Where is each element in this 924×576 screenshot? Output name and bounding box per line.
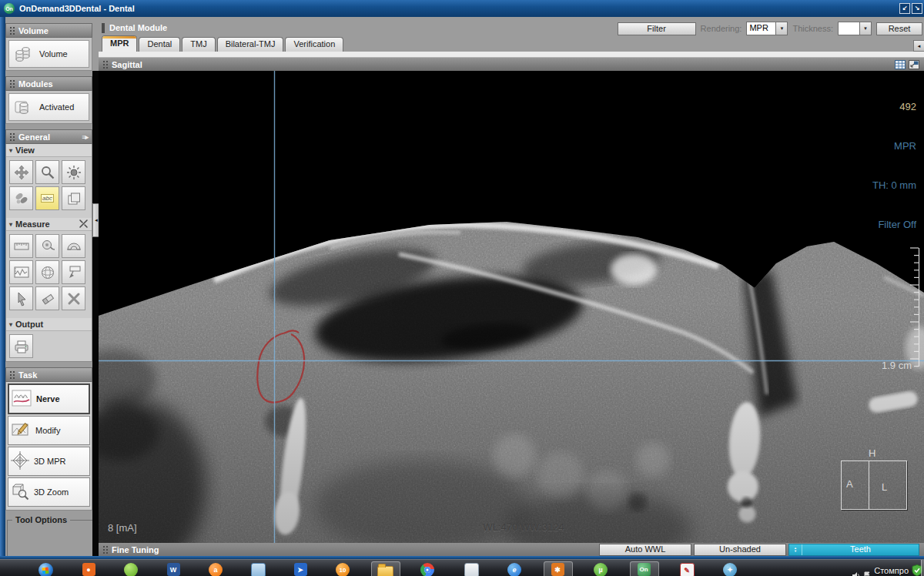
collapse-arrow-icon: ▾ (9, 321, 12, 328)
modules-panel-title: Modules (18, 79, 53, 89)
filter-button[interactable]: Filter (618, 22, 696, 35)
grip-icon (10, 27, 15, 35)
measure-section-header[interactable]: ▾ Measure (6, 218, 92, 231)
taskbar-icon-word[interactable]: W (163, 563, 183, 576)
sidebar: Volume Volume Modu (5, 21, 92, 559)
edit-measure-tool-button[interactable] (35, 286, 59, 310)
title-bar[interactable]: On OnDemand3DDental - Dental ↙ ↘ (0, 0, 924, 17)
preset-spinner-icon[interactable]: ▲▼ (789, 544, 802, 555)
tab-scroll-left-button[interactable]: ◄ (913, 40, 924, 52)
start-button[interactable] (35, 563, 55, 576)
reset-button[interactable]: Reset (876, 22, 922, 35)
zoom-tool-button[interactable] (35, 160, 59, 184)
print-tool-button[interactable] (9, 334, 33, 358)
sagittal-viewport[interactable]: 492 MPR TH: 0 mm Filter Off 8 [mA] 89 [k… (99, 71, 924, 543)
layout-copy-tool-button[interactable] (62, 186, 85, 210)
auto-wwl-button[interactable]: Auto WWL (599, 544, 691, 556)
taskbar-icon-green-sphere[interactable] (121, 563, 141, 576)
volume-panel-header[interactable]: Volume (5, 23, 92, 38)
taskbar[interactable]: ● W a ➤ 10 e ✱ µ On ✎ ✦ Стомпро (0, 559, 924, 576)
measure-settings-icon[interactable] (79, 219, 89, 230)
tray-text: Стомпро (874, 566, 909, 575)
taskbar-icon-explorer-folder[interactable] (375, 563, 395, 576)
ruler-tool-button[interactable] (9, 234, 33, 258)
sagittal-view-header[interactable]: Sagittal (99, 57, 924, 71)
pan-tool-button[interactable] (9, 160, 33, 184)
application-window: On OnDemand3DDental - Dental ↙ ↘ Volume (0, 0, 924, 576)
dropdown-arrow-icon[interactable]: ▼ (859, 22, 871, 35)
orientation-indicator: A L (841, 460, 907, 510)
task-item-nerve[interactable]: Nerve (8, 383, 90, 414)
layout-grid-icon[interactable] (894, 59, 906, 69)
output-section-header[interactable]: ▾ Output (6, 318, 92, 331)
taskbar-icon-avast[interactable]: a (206, 563, 226, 576)
output-tool-grid (6, 331, 92, 361)
view-title: Sagittal (112, 60, 142, 69)
volume-panel-title: Volume (18, 26, 49, 35)
volume-button[interactable]: Volume (8, 40, 89, 68)
task-item-label: Modify (35, 426, 60, 435)
output-section-label: Output (15, 320, 43, 329)
modules-panel-header[interactable]: Modules (5, 76, 92, 91)
tab-mpr[interactable]: MPR (102, 35, 137, 52)
window-restore-icon[interactable]: ↙ (899, 3, 910, 14)
select-tool-button[interactable] (9, 286, 33, 310)
taskbar-icon-orange-app[interactable]: ● (79, 563, 99, 576)
taskbar-icon-photo-viewer[interactable] (248, 563, 268, 576)
taskbar-icon-browser10[interactable]: 10 (333, 563, 353, 576)
taskbar-icon-notepad[interactable] (461, 563, 481, 576)
angle-tool-button[interactable] (62, 234, 85, 258)
rendering-combo[interactable]: MPR ▼ (746, 22, 788, 35)
taskbar-icon-red-app[interactable]: ✎ (677, 563, 697, 576)
taskbar-icon-ondemand[interactable]: On (634, 563, 654, 576)
taskbar-icon-utorrent[interactable]: µ (591, 563, 611, 576)
show-desktop-button[interactable] (921, 560, 924, 576)
general-panel-header[interactable]: General ≡▸ (5, 129, 92, 144)
system-tray[interactable]: Стомпро (852, 561, 922, 576)
thickness-combo[interactable]: ▼ (838, 22, 872, 35)
taskbar-icon-ie[interactable]: e (504, 563, 524, 576)
module-accent-bar (102, 23, 105, 33)
tab-bilateral-tmj[interactable]: Bilateral-TMJ (217, 37, 284, 52)
sphere-measure-tool-button[interactable] (35, 260, 59, 284)
fine-tuning-bar[interactable]: Fine Tuning Auto WWL Un-shaded ▲▼ Teeth (99, 543, 924, 556)
sidebar-collapse-strip: ◄ (92, 71, 99, 556)
task-item-modify[interactable]: Modify (8, 416, 90, 445)
window-maximize-icon[interactable]: ↘ (912, 3, 922, 14)
tab-tmj[interactable]: TMJ (182, 37, 215, 52)
unshaded-button[interactable]: Un-shaded (694, 544, 786, 556)
slice-number: 492 (872, 100, 916, 113)
action-center-flag-icon[interactable] (863, 571, 871, 576)
invert-tool-button[interactable] (9, 186, 33, 210)
activated-module-button[interactable]: Activated (8, 93, 89, 121)
overlay-window-level: WL:470 WW:3124 Zoom: x2.1(0.121 mm) (400, 494, 647, 543)
task-item-3d-mpr[interactable]: 3D MPR (8, 447, 90, 476)
taskbar-icon-blue-arrow-app[interactable]: ➤ (290, 563, 310, 576)
window-left-border (0, 17, 5, 556)
delete-measure-tool-button[interactable] (62, 286, 85, 310)
modify-icon (11, 421, 31, 440)
expand-view-icon[interactable] (908, 59, 919, 69)
panel-menu-icon[interactable]: ≡▸ (82, 133, 88, 141)
taskbar-icon-chrome[interactable] (417, 563, 437, 576)
profile-tool-button[interactable] (9, 260, 33, 284)
task-item-3d-zoom[interactable]: 3D Zoom (8, 477, 90, 507)
label-arrow-tool-button[interactable] (62, 260, 85, 284)
preset-value: Teeth (802, 544, 919, 555)
rendering-label: Rendering: (701, 24, 742, 33)
view-section-header[interactable]: ▾ View (6, 144, 92, 157)
tab-verification[interactable]: Verification (285, 37, 343, 52)
dropdown-arrow-icon[interactable]: ▼ (775, 22, 787, 35)
taskbar-icon-globe-app[interactable]: ✦ (720, 563, 740, 576)
orientation-top-label: H (869, 447, 875, 459)
task-panel-header[interactable]: Task (5, 367, 92, 382)
taskbar-icon-gear-app[interactable]: ✱ (547, 563, 567, 576)
tab-dental[interactable]: Dental (139, 37, 180, 52)
ct-image[interactable] (99, 71, 924, 543)
annotation-tool-button[interactable]: abc (35, 186, 59, 210)
volume-cylinder-icon (12, 43, 34, 65)
brightness-tool-button[interactable] (62, 160, 85, 184)
preset-selector[interactable]: ▲▼ Teeth (788, 544, 919, 556)
tape-measure-tool-button[interactable] (35, 234, 59, 258)
volume-tray-icon[interactable] (852, 571, 860, 576)
